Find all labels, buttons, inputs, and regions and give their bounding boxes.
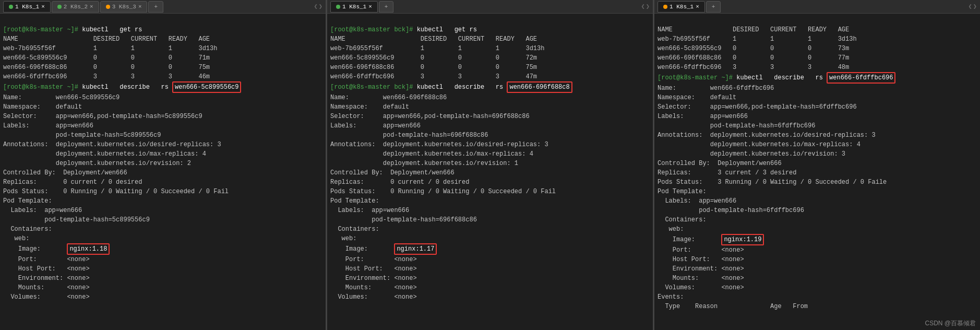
prompt-3b: [root@k8s-master ~]#: [658, 74, 736, 81]
desc-ctrl-1: Controlled By: Deployment/wen666: [3, 169, 127, 176]
panel-2-tab-1-close[interactable]: ×: [368, 4, 372, 10]
desc-ann-3: Annotations: deployment.kubernetes.io/de…: [658, 132, 876, 139]
desc-lbl3-3: pod-template-hash=6fdffbc696: [658, 207, 804, 214]
desc-port-1: Port: <none>: [3, 256, 90, 263]
desc-vol-2: Volumes: <none>: [330, 293, 417, 301]
panel-2-tab-add[interactable]: +: [379, 1, 394, 13]
panel-1-nav-right[interactable]: ❯: [319, 3, 322, 10]
desc-pods-1: Pods Status: 0 Running / 0 Waiting / 0 S…: [3, 188, 229, 195]
p3-tab-dot: [663, 5, 667, 9]
panel-1-tab-3[interactable]: 3 K8s_3 ×: [100, 1, 148, 13]
panel-1-tab-2-close[interactable]: ×: [90, 4, 93, 10]
panel-3-tab-1-close[interactable]: ×: [696, 4, 699, 10]
tab-dot-orange: [106, 5, 110, 9]
desc-ns-2: Namespace: default: [330, 103, 409, 111]
panel-1-tab-3-close[interactable]: ×: [138, 4, 142, 10]
desc-hport-2: Host Port: <none>: [330, 265, 417, 273]
row-1-4: wen666-6fdffbc696 3 3 3 46m: [3, 73, 210, 80]
desc-lbl3-1: pod-template-hash=5c899556c9: [3, 216, 150, 223]
desc-vol-3: Volumes: <none>: [658, 284, 744, 291]
row-2-2: wen666-5c899556c9 0 0 0 72m: [330, 54, 537, 62]
panel-2-header: 1 K8s_1 × + ❮ ❯: [327, 0, 653, 14]
desc-img-2: Image: nginx:1.17: [330, 245, 437, 253]
tab-dot-green-2: [57, 5, 62, 9]
desc-name-1: Name: wen666-5c899556c9: [3, 94, 119, 101]
panel-2-tab-1[interactable]: 1 K8s_1 ×: [330, 1, 378, 13]
panel-1-tab-2-label: 2 K8s_2: [64, 4, 88, 10]
panel-1-tab-1[interactable]: 1 K8s_1 ×: [3, 1, 51, 13]
desc-pods-2: Pods Status: 0 Running / 0 Waiting / 0 S…: [330, 188, 556, 195]
p2-add-icon: +: [385, 4, 388, 10]
cmd-3b: kubectl describe rs wen666-6fdffbc696: [736, 74, 895, 81]
desc-rep-2: Replicas: 0 current / 0 desired: [330, 179, 469, 186]
watermark: CSDN @百慕倾君: [925, 319, 976, 328]
row-3-3: wen666-696f688c86 0 0 0 77m: [658, 54, 849, 62]
panel-1-content[interactable]: [root@k8s-master ~]# kubectl get rs NAME…: [0, 14, 326, 330]
panel-3-nav-right[interactable]: ❯: [973, 3, 977, 10]
desc-sel-3: Selector: app=wen666,pod-template-hash=6…: [658, 103, 857, 111]
panel-3-header: 1 K8s_1 × + ❮ ❯: [654, 0, 980, 14]
panel-2: 1 K8s_1 × + ❮ ❯ [root@k8s-master bck]# k…: [327, 0, 653, 330]
panel-1: 1 K8s_1 × 2 K8s_2 × 3 K8s_3 × + ❮: [0, 0, 326, 330]
row-1-2: wen666-5c899556c9 0 0 0 71m: [3, 54, 210, 62]
desc-events-3: Events:: [658, 293, 684, 301]
row-1-3: wen666-696f688c86 0 0 0 75m: [3, 64, 210, 71]
describe-target-3: wen666-6fdffbc696: [827, 72, 895, 84]
panel-3: 1 K8s_1 × + ❮ ❯ NAME DESIRED CURRENT REA…: [654, 0, 980, 330]
desc-hport-1: Host Port: <none>: [3, 265, 90, 273]
panel-2-nav-left[interactable]: ❮: [641, 3, 645, 10]
desc-mnt-1: Mounts: <none>: [3, 284, 90, 291]
desc-rep-1: Replicas: 0 current / 0 desired: [3, 179, 142, 186]
image-value-2: nginx:1.17: [394, 243, 437, 255]
row-2-4: wen666-6fdffbc696 3 3 3 47m: [330, 73, 537, 80]
desc-ann-1: Annotations: deployment.kubernetes.io/de…: [3, 141, 221, 148]
desc-hport-3: Host Port: <none>: [658, 256, 744, 263]
desc-ann-2b: deployment.kubernetes.io/max-replicas: 4: [330, 150, 533, 158]
panel-2-nav: ❮ ❯: [641, 3, 650, 10]
table-header-1: NAME DESIRED CURRENT READY AGE: [3, 36, 210, 43]
image-value-3: nginx:1.19: [721, 234, 764, 245]
panel-2-nav-right[interactable]: ❯: [646, 3, 650, 10]
desc-ctrl-2: Controlled By: Deployment/wen666: [330, 169, 455, 176]
row-3-1: web-7b6955f56f 1 1 1 3d13h: [658, 36, 857, 43]
desc-port-2: Port: <none>: [330, 256, 417, 263]
cmd-1b: kubectl describe rs wen666-5c899556c9: [82, 84, 241, 91]
prompt-2: [root@k8s-master bck]#: [330, 26, 417, 33]
row-1-1: web-7b6955f56f 1 1 1 3d13h: [3, 45, 217, 52]
desc-podtpl-1: Pod Template:: [3, 197, 52, 205]
cmd-1: kubectl get rs: [82, 26, 142, 33]
desc-pods-3: Pods Status: 3 Running / 0 Waiting / 0 S…: [658, 179, 887, 186]
panel-3-tab-add[interactable]: +: [706, 1, 721, 13]
desc-web-1: web:: [3, 235, 29, 242]
panel-1-nav-left[interactable]: ❮: [314, 3, 318, 10]
desc-env-3: Environment: <none>: [658, 265, 744, 273]
panel-1-tab-3-label: 3 K8s_3: [112, 4, 136, 10]
desc-events-type-3: Type Reason Age From: [658, 303, 808, 310]
desc-lbl2-2: Labels: app=wen666: [330, 207, 409, 214]
row-3-2: wen666-5c899556c9 0 0 0 73m: [658, 45, 849, 52]
panel-2-content[interactable]: [root@k8s-master bck]# kubectl get rs NA…: [327, 14, 653, 330]
row-2-3: wen666-696f688c86 0 0 0 75m: [330, 64, 537, 71]
table-header-2: NAME DESIRED CURRENT READY AGE: [330, 36, 537, 43]
desc-ann-1b: deployment.kubernetes.io/max-replicas: 4: [3, 150, 206, 158]
panel-1-tab-add[interactable]: +: [148, 1, 163, 13]
desc-ann-2c: deployment.kubernetes.io/revision: 1: [330, 160, 518, 167]
prompt-2b: [root@k8s-master bck]#: [330, 84, 417, 91]
desc-lbl-1b: pod-template-hash=5c899556c9: [3, 132, 161, 139]
desc-lbl-2b: pod-template-hash=696f688c86: [330, 132, 488, 139]
desc-web-2: web:: [330, 235, 356, 242]
desc-lbl-1: Labels: app=wen666: [3, 122, 93, 129]
desc-podtpl-2: Pod Template:: [330, 197, 379, 205]
desc-port-3: Port: <none>: [658, 246, 744, 254]
panel-3-nav-left[interactable]: ❮: [969, 3, 972, 10]
panel-1-tab-1-close[interactable]: ×: [41, 4, 45, 10]
desc-lbl3-2: pod-template-hash=696f688c86: [330, 216, 477, 223]
panel-3-content[interactable]: NAME DESIRED CURRENT READY AGE web-7b695…: [654, 14, 980, 330]
desc-env-1: Environment: <none>: [3, 275, 90, 282]
desc-cont-1: Containers:: [3, 226, 52, 233]
panel-1-tab-2[interactable]: 2 K8s_2 ×: [52, 1, 99, 13]
desc-cont-3: Containers:: [658, 216, 707, 223]
desc-ann-3c: deployment.kubernetes.io/revision: 3: [658, 150, 845, 158]
desc-lbl2-1: Labels: app=wen666: [3, 207, 82, 214]
panel-3-tab-1[interactable]: 1 K8s_1 ×: [658, 1, 705, 13]
